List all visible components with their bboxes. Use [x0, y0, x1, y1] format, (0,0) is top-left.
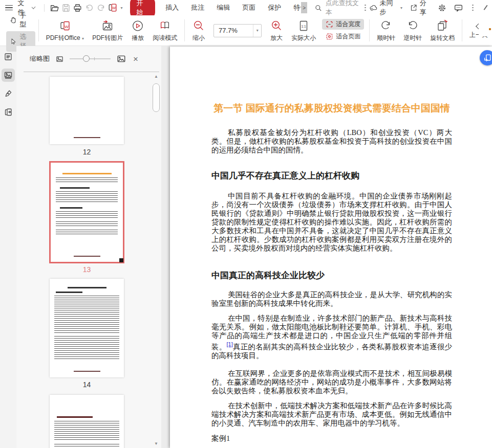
scroll-down-arrow[interactable]: ▼	[153, 441, 159, 446]
svg-text:1:1: 1:1	[302, 24, 306, 28]
tab-edit[interactable]: 编辑	[217, 1, 230, 14]
thumbnail-footer-text	[74, 137, 100, 139]
large-thumbnails-icon[interactable]	[117, 54, 126, 63]
redo-button[interactable]	[95, 2, 107, 13]
save-button[interactable]	[60, 2, 72, 13]
footnote-ref-link[interactable]: [1]	[227, 341, 233, 347]
rotate-clockwise-icon	[379, 19, 393, 33]
outline-panel-button[interactable]	[2, 50, 15, 63]
thumbnail-panel-title: 缩略图	[30, 54, 50, 63]
thumbnail-label-12[interactable]: 12	[50, 148, 124, 156]
hand-tool-label: 手型	[19, 11, 32, 29]
thumbnail-label-14[interactable]: 14	[50, 380, 124, 389]
zoom-in-button[interactable]: 放大	[266, 15, 287, 46]
actual-size-label: 实际大小	[291, 34, 316, 42]
thumbnail-page-13-selected[interactable]	[51, 163, 123, 262]
page-text-column: 第一节 国际通行的私募股权投资模式需要结合中国国情 私募股权基金被划分为杠杆收购…	[211, 102, 452, 443]
pdf-to-image-icon	[101, 19, 114, 33]
rotate-clockwise-button[interactable]: 顺时针	[373, 15, 399, 46]
pdf-to-office-button[interactable]: W PDF转Office ▾	[42, 15, 88, 46]
feedback-button[interactable]	[453, 2, 464, 13]
share-label: 分享	[420, 0, 432, 17]
tab-features[interactable]: 特色	[293, 1, 301, 14]
print-button[interactable]	[72, 2, 84, 13]
svg-text:W: W	[112, 6, 116, 10]
thumbnail-label-13[interactable]: 13	[50, 265, 124, 274]
search-box[interactable]: 点此查找文本	[314, 0, 361, 17]
zoom-level-value: 77.7%	[214, 27, 253, 34]
actual-size-icon: 1:1	[297, 19, 310, 33]
zoom-out-button[interactable]: 缩小	[188, 15, 209, 46]
export-to-word-button[interactable]: W	[107, 2, 119, 13]
undo-button[interactable]	[83, 2, 95, 13]
zoom-level-input[interactable]: 77.7% ▾	[213, 24, 262, 37]
thumbnail-footer-text	[74, 256, 100, 257]
open-file-button[interactable]	[49, 2, 60, 13]
thumbnail-page-15[interactable]	[50, 395, 124, 448]
page-number-marker	[489, 28, 491, 30]
micro-heading	[56, 292, 82, 293]
svg-text:W: W	[65, 24, 69, 29]
tab-page[interactable]: 页面	[242, 1, 255, 14]
search-more-icon[interactable]	[361, 5, 369, 11]
micro-paragraph	[54, 444, 119, 448]
quick-actions-caret-icon[interactable]: ▾	[121, 6, 123, 10]
scroll-up-arrow[interactable]: ▲	[153, 74, 159, 79]
settings-button[interactable]	[436, 2, 447, 13]
comment-icon	[454, 3, 463, 13]
tab-insert[interactable]: 插入	[165, 1, 179, 14]
heading-no-lbo: 中国几乎不存在真正意义上的杠杆收购	[211, 170, 452, 182]
fit-page-label: 适合页面	[336, 32, 360, 41]
slider-knob[interactable]	[83, 55, 90, 62]
quick-convert-floating-button[interactable]	[480, 50, 492, 65]
tab-protect[interactable]: 保护	[268, 1, 281, 14]
pdf-to-image-label: PDF转图片	[92, 34, 123, 42]
thumbnail-page-12[interactable]	[50, 77, 124, 144]
pdf-to-image-button[interactable]: PDF转图片	[88, 15, 127, 46]
fit-page-button[interactable]: 适合页面	[322, 31, 364, 42]
thumbnails-panel-button[interactable]	[2, 69, 15, 82]
page-number-box[interactable]	[479, 18, 492, 36]
micro-paragraph	[56, 211, 118, 219]
gear-icon	[437, 3, 447, 13]
zoom-out-icon	[192, 19, 205, 33]
scrollbar-handle[interactable]	[153, 83, 160, 112]
close-panel-icon[interactable]: ×	[133, 55, 138, 63]
micro-paragraph	[56, 230, 118, 235]
search-placeholder: 点此查找文本	[326, 0, 361, 17]
pdf-to-office-icon: W	[58, 19, 72, 33]
tab-scroll-right-button[interactable]: >	[301, 2, 308, 13]
thumbnail-footer-text	[74, 371, 100, 372]
rotate-counterclockwise-label: 逆时针	[403, 34, 422, 42]
pen-icon	[4, 89, 13, 98]
micro-title-bar	[62, 173, 112, 174]
chevron-down-icon	[31, 5, 35, 9]
sidebar-icon-strip	[0, 46, 16, 448]
play-icon	[131, 19, 144, 33]
sync-status-button[interactable]: 未同步 ▾	[369, 0, 404, 17]
panel-scrollbar[interactable]: ▲ ▼	[152, 72, 160, 448]
micro-heading	[68, 287, 106, 288]
actual-size-button[interactable]: 1:1 实际大小	[287, 15, 320, 46]
more-options-icon[interactable]	[469, 5, 477, 11]
hand-tool-button[interactable]: 手型	[6, 10, 35, 30]
annotation-panel-button[interactable]	[2, 87, 15, 100]
reading-mode-button[interactable]: 阅读模式	[148, 15, 181, 46]
rotate-document-button[interactable]: 旋转文档	[426, 15, 459, 46]
thumbnail-size-slider[interactable]	[70, 55, 111, 62]
thumbnail-page-14[interactable]	[50, 279, 124, 377]
rotate-counterclockwise-button[interactable]: 逆时针	[399, 15, 426, 46]
pdf-tools-panel-button[interactable]	[2, 105, 15, 119]
tab-annotate[interactable]: 批注	[191, 1, 204, 14]
share-button[interactable]: 分享	[410, 0, 431, 17]
fit-width-button[interactable]: 适合宽度	[322, 19, 364, 30]
section-title: 第一节 国际通行的私募股权投资模式需要结合中国国情	[211, 102, 452, 115]
pdf-page[interactable]: 第一节 国际通行的私募股权投资模式需要结合中国国情 私募股权基金被划分为杠杆收购…	[170, 47, 492, 448]
play-button[interactable]: 播放	[127, 15, 148, 46]
document-export-icon	[4, 107, 13, 117]
small-thumbnails-icon[interactable]	[56, 55, 63, 63]
collapse-ribbon-icon[interactable]	[483, 5, 487, 10]
paragraph-silicon-valley: 美国硅谷的企业大多是真正的高科技企业，是从大学、研究机构的实验室里创新的高科技成…	[211, 290, 452, 308]
play-label: 播放	[132, 34, 144, 42]
zoom-level-caret-icon[interactable]: ▾	[253, 25, 261, 37]
